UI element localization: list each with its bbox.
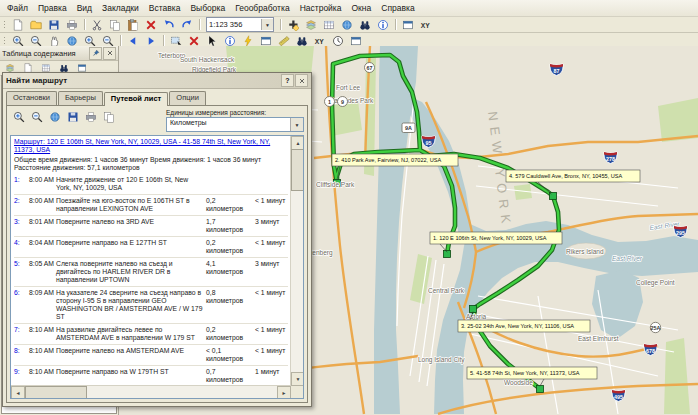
copy-button[interactable]	[106, 17, 124, 33]
new-document-button[interactable]	[9, 17, 27, 33]
direction-duration: < 1 минут	[255, 289, 288, 321]
direction-number[interactable]: 8:	[14, 347, 27, 363]
toolbar-grip[interactable]	[3, 36, 6, 46]
direction-number[interactable]: 1:	[14, 176, 27, 192]
direction-number[interactable]: 4:	[14, 239, 27, 255]
svg-text:295: 295	[676, 230, 685, 236]
vertical-scroll-thumb[interactable]	[291, 149, 304, 191]
delete-button[interactable]	[142, 17, 160, 33]
dialog-titlebar[interactable]: Найти маршрут ?	[3, 73, 311, 89]
menu-help[interactable]: Справка	[376, 2, 419, 14]
direction-number[interactable]: 7:	[14, 326, 27, 342]
scroll-right-button[interactable]: ►	[277, 386, 291, 399]
direction-number[interactable]: 9:	[14, 368, 27, 384]
toolbox-button[interactable]	[374, 17, 392, 33]
direction-row[interactable]: 9: 8:10 AM Поверните направо на W 179TH …	[14, 366, 288, 386]
direction-row[interactable]: 3: 8:01 AM Поверните налево на 3RD AVE 1…	[14, 216, 288, 237]
scroll-down-button[interactable]: ▼	[291, 372, 304, 386]
units-combobox[interactable]: Километры ▼	[166, 117, 304, 132]
svg-text:9A: 9A	[405, 125, 412, 131]
direction-number[interactable]: 5:	[14, 260, 27, 284]
toolbar-grip[interactable]	[3, 20, 6, 30]
direction-distance: 0,2 километров	[206, 239, 253, 255]
zoom-to-route-button[interactable]	[10, 109, 28, 125]
direction-distance	[206, 176, 253, 192]
direction-number[interactable]: 3:	[14, 218, 27, 234]
close-icon[interactable]	[295, 74, 308, 87]
scroll-left-button[interactable]: ◄	[11, 386, 25, 399]
chevron-down-icon[interactable]: ▼	[290, 118, 303, 131]
cut-button[interactable]	[88, 17, 106, 33]
menu-view[interactable]: Вид	[72, 2, 97, 14]
redo-button[interactable]	[178, 17, 196, 33]
model-builder-button[interactable]	[399, 17, 417, 33]
direction-time: 8:01 AM	[29, 218, 54, 234]
tab-directions[interactable]: Путевой лист	[104, 92, 169, 106]
copy-directions-button[interactable]	[100, 109, 118, 125]
direction-time: 8:10 AM	[29, 326, 54, 342]
close-icon[interactable]	[103, 47, 116, 60]
add-data-button[interactable]	[284, 17, 302, 33]
attribute-table-button[interactable]	[320, 17, 338, 33]
undo-button[interactable]	[160, 17, 178, 33]
save-button[interactable]	[45, 17, 63, 33]
direction-duration: < 1 минут	[255, 347, 288, 363]
menu-customize[interactable]: Настройка	[295, 2, 347, 14]
menu-insert[interactable]: Вставка	[144, 2, 186, 14]
direction-number[interactable]: 2:	[14, 197, 27, 213]
direction-row[interactable]: 4: 8:04 AM Поверните направо на E 127TH …	[14, 237, 288, 258]
stop-marker-5	[537, 386, 544, 393]
direction-row[interactable]: 5: 8:05 AM Слегка поверните налево на съ…	[14, 258, 288, 287]
direction-number[interactable]: 6:	[14, 289, 27, 321]
menu-windows[interactable]: Окна	[347, 2, 377, 14]
find-route-dialog: Найти маршрут ? Остановки Барьеры Путево…	[2, 72, 312, 407]
map-scale-combobox[interactable]: 1:123 356 ▼	[206, 17, 274, 32]
menu-file[interactable]: Файл	[2, 2, 33, 14]
search-button[interactable]	[356, 17, 374, 33]
open-button[interactable]	[27, 17, 45, 33]
direction-row[interactable]: 1: 8:00 AM Начните движение от 120 E 106…	[14, 174, 288, 195]
chevron-down-icon[interactable]: ▼	[261, 19, 273, 30]
print-directions-button[interactable]	[82, 109, 100, 125]
save-directions-button[interactable]	[64, 109, 82, 125]
svg-text:South Hackensack: South Hackensack	[180, 56, 235, 63]
tab-barriers[interactable]: Барьеры	[58, 91, 103, 105]
horizontal-scrollbar[interactable]: ◄ ►	[11, 385, 291, 398]
directions-tab-panel: Единицы измерения расстояния: Километры …	[6, 105, 308, 403]
paste-button[interactable]	[124, 17, 142, 33]
vertical-scrollbar[interactable]: ▲ ▼	[290, 136, 303, 386]
menu-geoprocessing[interactable]: Геообработка	[230, 2, 294, 14]
direction-row[interactable]: 7: 8:10 AM На развилке двигайтесь левее …	[14, 324, 288, 345]
direction-row[interactable]: 6: 8:09 AM На указателе 24 сверните на с…	[14, 287, 288, 324]
direction-row[interactable]: 8: 8:10 AM Поверните налево на AMSTERDAM…	[14, 345, 288, 366]
scrollbar-corner	[291, 386, 303, 398]
layers-button[interactable]	[302, 17, 320, 33]
catalog-button[interactable]	[338, 17, 356, 33]
zoom-out-route-button[interactable]	[28, 109, 46, 125]
dialog-tabs: Остановки Барьеры Путевой лист Опции	[3, 89, 311, 105]
toc-header: Таблица содержания	[0, 46, 118, 61]
tab-stops[interactable]: Остановки	[6, 91, 57, 105]
tab-options[interactable]: Опции	[169, 91, 206, 105]
menu-selection[interactable]: Выборка	[185, 2, 230, 14]
direction-text: Поверните направо на W 179TH ST	[56, 368, 204, 384]
direction-duration: < 1 минут	[255, 239, 288, 255]
svg-text:Woodside: Woodside	[504, 379, 533, 386]
map-extent-button[interactable]	[46, 109, 64, 125]
route-summary-link[interactable]: Маршрут: 120 E 106th St, New York, NY, 1…	[14, 138, 288, 154]
direction-text: Поезжайте на юго-восток по E 106TH ST в …	[56, 197, 204, 213]
menu-edit[interactable]: Правка	[33, 2, 72, 14]
svg-text:5. 41-58 74th St, New York, NY: 5. 41-58 74th St, New York, NY, 11373, U…	[470, 370, 580, 376]
directions-content[interactable]: Маршрут: 120 E 106th St, New York, NY, 1…	[11, 136, 291, 386]
scroll-up-button[interactable]: ▲	[291, 136, 304, 150]
svg-text:Cliffside Park: Cliffside Park	[316, 181, 355, 188]
print-button[interactable]	[63, 17, 81, 33]
horizontal-scroll-thumb[interactable]	[25, 386, 87, 399]
help-button[interactable]: ?	[281, 74, 294, 87]
python-button[interactable]	[417, 17, 435, 33]
menu-bookmarks[interactable]: Закладки	[97, 2, 144, 14]
svg-text:Fort Lee: Fort Lee	[336, 84, 361, 91]
direction-duration: < 1 минут	[255, 326, 288, 342]
pin-icon[interactable]	[89, 47, 102, 60]
direction-row[interactable]: 2: 8:00 AM Поезжайте на юго-восток по E …	[14, 195, 288, 216]
